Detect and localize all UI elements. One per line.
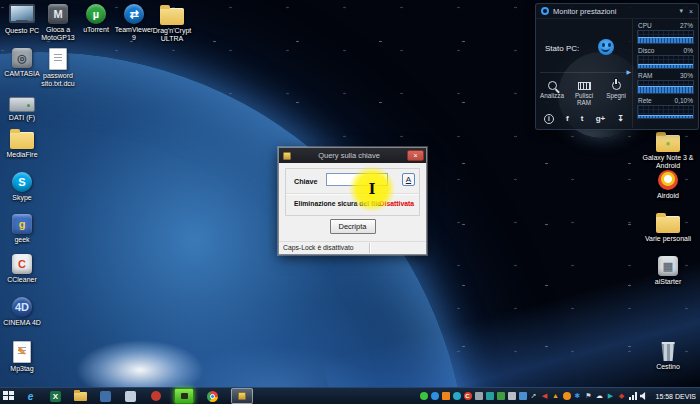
widget-close-button[interactable]: × — [689, 8, 693, 15]
taskbar-app-app-blue[interactable] — [99, 390, 112, 403]
desktop-icon-airdoid[interactable]: Airdoid — [642, 170, 694, 200]
mp3tag-icon: ✎ — [13, 341, 31, 363]
rete-bars — [638, 115, 693, 118]
recorder-red-icon — [151, 391, 161, 401]
desktop-icon-password-sito-txt-dcu[interactable]: password sito.txt.dcu — [36, 48, 80, 88]
tray-green-dot[interactable] — [420, 392, 428, 400]
mag-icon — [548, 81, 557, 90]
tray-reader-app[interactable] — [508, 392, 516, 400]
analizza-label: Analizza — [536, 92, 568, 99]
desktop-icon-utorrent[interactable]: µuTorrent — [76, 4, 116, 34]
widget-button-analizza[interactable]: Analizza — [536, 77, 568, 106]
desktop-icon-cinema-4d[interactable]: 4DCINEMA 4D — [0, 297, 44, 327]
desktop-icon-ccleaner[interactable]: CCCleaner — [0, 254, 44, 284]
taskbar-app-dragncrypt-taskbar[interactable] — [231, 388, 253, 404]
icon-label: uTorrent — [76, 26, 116, 34]
info-icon[interactable]: i — [544, 114, 554, 124]
tray-ccleaner-tray[interactable]: C — [464, 392, 472, 400]
tray-play-app[interactable]: ▶ — [607, 392, 615, 400]
desktop-icon-gioca-a-motogp13[interactable]: MGioca a MotoGP13 — [36, 4, 80, 42]
widget-title: Monitor prestazioni — [553, 7, 673, 16]
gioca-a-motogp13-glyph: M — [53, 9, 62, 20]
tray-star-app[interactable]: ✱ — [574, 392, 582, 400]
tray-monitor-app[interactable] — [486, 392, 494, 400]
meter-head: Rete0,10% — [637, 97, 694, 104]
taskbar-clock[interactable]: 15:58 DEVIS — [656, 393, 697, 400]
desktop-icon-mediafire[interactable]: MediaFire — [0, 128, 44, 159]
taskbar-app-internet-explorer[interactable]: e — [24, 390, 37, 403]
desktop-icon-dati-f[interactable]: DATI (F) — [0, 92, 44, 122]
widget-button-spegni[interactable]: Spegni — [600, 77, 632, 106]
dragncrypt-taskbar-icon — [238, 392, 246, 400]
taskbar-app-camstudio-active[interactable] — [174, 388, 194, 404]
tray-orange-dot[interactable] — [563, 392, 571, 400]
dialog-close-button[interactable]: × — [407, 150, 424, 161]
taskbar-app-file-explorer[interactable] — [74, 390, 87, 403]
taskbar-app-recorder-red[interactable] — [149, 390, 162, 403]
teamviewer-9-glyph: ⇄ — [129, 9, 138, 20]
excel-icon: X — [50, 391, 61, 402]
meter-disco: Disco0% — [637, 47, 694, 69]
twitter-icon[interactable]: t — [581, 114, 584, 124]
meter-rete: Rete0,10% — [637, 97, 694, 119]
pc-status-label: Stato PC: — [545, 44, 579, 53]
cpu-label: CPU — [638, 22, 652, 29]
airdoid-icon — [658, 170, 678, 190]
dialog-titlebar[interactable]: Query sulla chiave × — [279, 148, 426, 163]
desktop-icon-skype[interactable]: SSkype — [0, 172, 44, 202]
decrypt-button[interactable]: Decripta — [330, 219, 376, 234]
tray-update-app[interactable]: ▲ — [552, 392, 560, 400]
icon-label: Galaxy Note 3 & Android — [642, 154, 694, 170]
tray-network-globe[interactable] — [453, 392, 461, 400]
tray-window-app[interactable] — [519, 392, 527, 400]
download-icon[interactable]: ↧ — [617, 114, 624, 124]
expand-arrow-icon[interactable]: ▶ — [626, 68, 631, 75]
utorrent-glyph: µ — [93, 9, 99, 20]
taskbar-apps: eX — [24, 388, 253, 404]
desktop-icon-geek[interactable]: ggeek — [0, 214, 44, 244]
desktop-icon-aistarter[interactable]: ▦aiStarter — [642, 256, 694, 286]
ram-bars — [638, 86, 693, 93]
gioca-a-motogp13-icon: M — [48, 4, 68, 24]
tray-cloud-app[interactable]: ☁ — [596, 392, 604, 400]
pulisci-ram-label: Pulisci RAM — [568, 92, 600, 106]
app-blue-icon — [100, 391, 111, 402]
icon-label: CINEMA 4D — [0, 319, 44, 327]
aistarter-glyph: ▦ — [663, 261, 673, 272]
taskbar-app-chrome[interactable] — [206, 390, 219, 403]
questo-pc-icon — [9, 4, 35, 23]
disco-graph — [637, 55, 694, 69]
tray-network[interactable] — [629, 392, 637, 400]
desktop-icon-cestino[interactable]: Cestino — [642, 342, 694, 371]
taskbar-app-app-light[interactable] — [124, 390, 137, 403]
dialog-statusbar: Caps-Lock è disattivato — [279, 241, 426, 254]
tray-grid-app[interactable] — [442, 392, 450, 400]
widget-button-pulisci-ram[interactable]: Pulisci RAM — [568, 77, 600, 106]
widget-social-row: iftg+↧ — [544, 114, 624, 124]
camtasia-icon: ◎ — [12, 48, 32, 68]
ram-icon — [578, 82, 591, 90]
desktop-icon-galaxy-note-3-android[interactable]: ●Galaxy Note 3 & Android — [642, 131, 694, 170]
widget-minimize-button[interactable]: ▾ — [679, 7, 683, 15]
desktop-icon-varie-personali[interactable]: Varie personali — [642, 212, 694, 243]
tray-skype-tray[interactable] — [431, 392, 439, 400]
tray-gray-app[interactable] — [475, 392, 483, 400]
chrome-icon — [207, 391, 218, 402]
icon-label: Skype — [0, 194, 44, 202]
start-button[interactable] — [3, 391, 16, 402]
desktop-icon-mp3tag[interactable]: ✎Mp3tag — [0, 341, 44, 373]
tray-send-app[interactable]: ↗ — [530, 392, 538, 400]
key-input[interactable] — [326, 173, 388, 186]
tray-volume[interactable] — [640, 392, 648, 400]
char-map-button[interactable]: A — [402, 173, 415, 186]
tray-alert-app[interactable]: ◆ — [618, 392, 626, 400]
cinema-4d-icon: 4D — [12, 297, 32, 317]
facebook-icon[interactable]: f — [566, 114, 569, 124]
desktop-icon-dragncrypt-ultra[interactable]: Drag'n'Crypt ULTRA — [148, 4, 196, 43]
tray-green-app[interactable] — [497, 392, 505, 400]
google-plus-icon[interactable]: g+ — [596, 114, 606, 124]
taskbar-app-excel[interactable]: X — [49, 390, 62, 403]
tray-flag-app[interactable]: ⚑ — [585, 392, 593, 400]
meter-head: Disco0% — [637, 47, 694, 54]
tray-media-app[interactable]: ◀ — [541, 392, 549, 400]
